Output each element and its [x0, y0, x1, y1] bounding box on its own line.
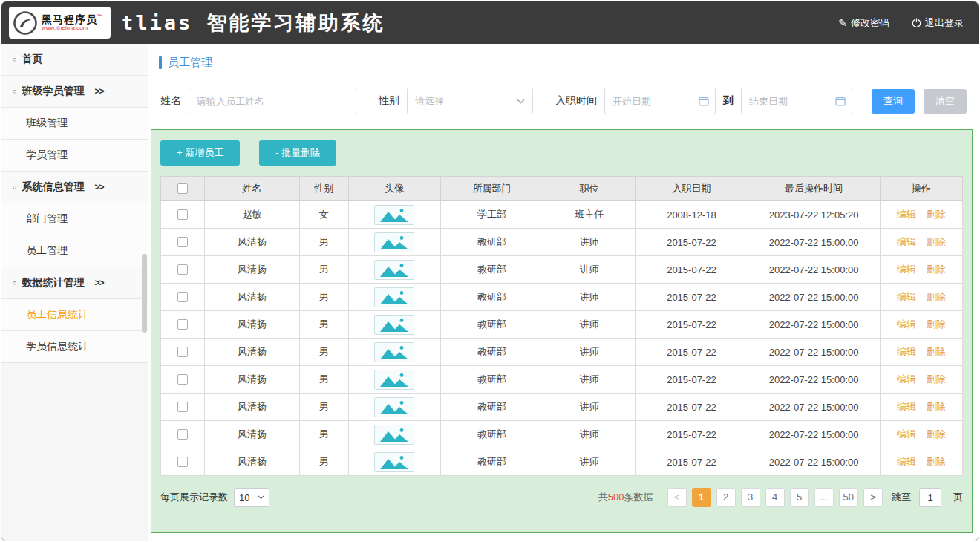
- cell-position: 讲师: [543, 229, 636, 256]
- delete-link[interactable]: 删除: [927, 291, 946, 302]
- end-date-field[interactable]: [749, 96, 825, 107]
- row-checkbox[interactable]: [177, 374, 188, 385]
- delete-link[interactable]: 删除: [927, 428, 946, 440]
- page-size-select[interactable]: 10: [234, 488, 270, 507]
- page-unit-label: 页: [953, 491, 963, 504]
- page-button-3[interactable]: 3: [741, 488, 760, 507]
- image-placeholder-icon: [378, 235, 411, 250]
- search-button[interactable]: 查询: [872, 89, 915, 114]
- row-checkbox[interactable]: [177, 402, 188, 412]
- page-button-2[interactable]: 2: [716, 488, 736, 507]
- image-placeholder-icon: [378, 290, 411, 305]
- next-page-button[interactable]: >: [863, 488, 883, 507]
- row-checkbox[interactable]: [177, 429, 188, 440]
- delete-link[interactable]: 删除: [927, 319, 946, 330]
- sidebar-item-7[interactable]: ○数据统计管理>>: [1, 267, 148, 299]
- clear-button[interactable]: 清空: [924, 89, 967, 114]
- end-date-input[interactable]: [741, 88, 852, 114]
- edit-link[interactable]: 编辑: [897, 456, 916, 467]
- column-header: 职位: [543, 177, 636, 201]
- row-checkbox[interactable]: [177, 209, 188, 220]
- edit-link[interactable]: 编辑: [897, 236, 916, 247]
- edit-link[interactable]: 编辑: [897, 428, 916, 440]
- page-ellipsis-button[interactable]: ...: [814, 488, 834, 507]
- row-checkbox[interactable]: [177, 347, 188, 357]
- employee-table: 姓名性别头像所属部门职位入职日期最后操作时间操作 赵敏女学工部班主任2008-1…: [160, 176, 963, 476]
- delete-link[interactable]: 删除: [927, 346, 946, 357]
- cell-last-op-time: 2022-07-22 15:00:00: [748, 421, 880, 448]
- sidebar-menu: ○首页○班级学员管理>>班级管理学员管理○系统信息管理>>部门管理员工管理○数据…: [1, 44, 148, 363]
- delete-link[interactable]: 删除: [927, 236, 946, 247]
- circle-bullet-icon: ○: [13, 56, 16, 63]
- sidebar-item-2[interactable]: 班级管理: [1, 108, 148, 140]
- edit-link[interactable]: 编辑: [897, 291, 916, 302]
- edit-link[interactable]: 编辑: [897, 346, 916, 357]
- avatar: [374, 260, 414, 280]
- delete-link[interactable]: 删除: [927, 373, 946, 385]
- edit-link[interactable]: 编辑: [897, 373, 916, 385]
- sidebar-scrollbar[interactable]: [142, 254, 147, 333]
- prev-page-button[interactable]: <: [667, 488, 687, 507]
- sidebar-item-3[interactable]: 学员管理: [1, 140, 148, 172]
- page-button-5[interactable]: 5: [790, 488, 809, 507]
- hire-date-filter-label: 入职时间: [555, 94, 597, 108]
- select-all-checkbox[interactable]: [177, 183, 188, 194]
- row-checkbox[interactable]: [177, 457, 188, 467]
- row-checkbox[interactable]: [177, 319, 188, 330]
- app-window: 黑马程序员™ www.itheima.com tlias 智能学习辅助系统 ✎ …: [1, 1, 979, 541]
- gender-select[interactable]: 请选择: [407, 88, 533, 114]
- delete-link[interactable]: 删除: [927, 456, 946, 467]
- sidebar-item-0[interactable]: ○首页: [1, 44, 148, 76]
- sidebar-item-9[interactable]: 学员信息统计: [1, 331, 148, 363]
- row-checkbox[interactable]: [177, 237, 188, 247]
- logout-button[interactable]: 退出登录: [912, 16, 964, 30]
- sidebar-item-4[interactable]: ○系统信息管理>>: [1, 172, 148, 203]
- circle-bullet-icon: ○: [13, 183, 16, 191]
- cell-position: 讲师: [543, 311, 636, 339]
- pencil-icon: ✎: [838, 17, 847, 29]
- cell-name: 风清扬: [205, 421, 299, 448]
- row-checkbox[interactable]: [177, 292, 188, 302]
- cell-hire-date: 2015-07-22: [636, 311, 748, 339]
- batch-delete-button[interactable]: - 批量删除: [259, 140, 336, 166]
- column-header: 性别: [299, 177, 348, 201]
- pagination: 每页展示记录数 10 共500条数据 < 12345...50 > 跳至: [160, 488, 963, 507]
- change-password-button[interactable]: ✎ 修改密码: [838, 16, 889, 30]
- cell-position: 讲师: [543, 284, 636, 311]
- table-row: 风清扬男教研部讲师2015-07-222022-07-22 15:00:00编辑…: [161, 284, 963, 311]
- jump-page-input[interactable]: [919, 488, 941, 507]
- row-checkbox[interactable]: [177, 264, 188, 275]
- gender-filter-label: 性别: [379, 94, 399, 108]
- cell-position: 讲师: [543, 421, 636, 448]
- expand-arrow-icon: >>: [94, 182, 103, 192]
- cell-hire-date: 2015-07-22: [636, 284, 748, 311]
- start-date-input[interactable]: [604, 88, 716, 114]
- sidebar-item-1[interactable]: ○班级学员管理>>: [1, 76, 148, 108]
- delete-link[interactable]: 删除: [927, 209, 946, 220]
- avatar: [374, 370, 414, 390]
- cell-name: 风清扬: [205, 448, 299, 476]
- name-input[interactable]: [189, 88, 356, 114]
- sidebar-item-8[interactable]: 员工信息统计: [1, 299, 148, 331]
- delete-link[interactable]: 删除: [927, 401, 946, 412]
- cell-position: 讲师: [543, 394, 636, 421]
- edit-link[interactable]: 编辑: [897, 264, 916, 275]
- page-button-4[interactable]: 4: [765, 488, 785, 507]
- table-toolbar: + 新增员工 - 批量删除: [160, 140, 963, 166]
- add-employee-button[interactable]: + 新增员工: [160, 140, 240, 166]
- logo: 黑马程序员™ www.itheima.com: [9, 7, 111, 39]
- edit-link[interactable]: 编辑: [897, 401, 916, 412]
- cell-gender: 男: [299, 448, 348, 476]
- delete-link[interactable]: 删除: [927, 264, 946, 275]
- sidebar-item-6[interactable]: 员工管理: [1, 235, 148, 267]
- cell-last-op-time: 2022-07-22 15:00:00: [748, 366, 880, 394]
- start-date-field[interactable]: [612, 96, 688, 107]
- chevron-down-icon: [258, 495, 264, 500]
- sidebar-item-5[interactable]: 部门管理: [1, 203, 148, 235]
- edit-link[interactable]: 编辑: [897, 319, 916, 330]
- page-button-50[interactable]: 50: [839, 488, 858, 507]
- edit-link[interactable]: 编辑: [897, 209, 916, 220]
- column-header: 最后操作时间: [748, 177, 880, 201]
- cell-gender: 男: [299, 394, 348, 421]
- page-button-1[interactable]: 1: [692, 488, 711, 507]
